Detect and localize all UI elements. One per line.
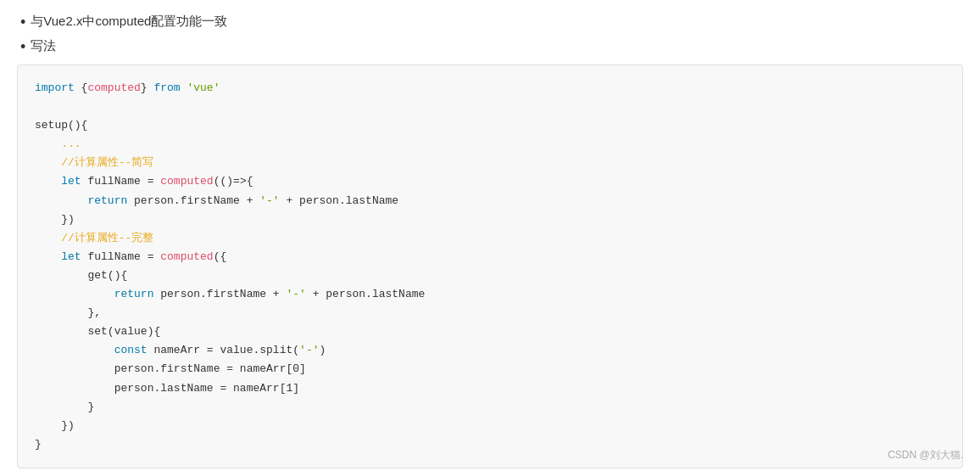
code-line-6: let fullName = computed(()=>{ (35, 172, 945, 191)
code-line-7: return person.firstName + '-' + person.l… (35, 192, 945, 210)
footer: CSDN @刘大猫. (888, 448, 963, 463)
bullet-icon-1: • (20, 14, 25, 30)
code-line-8: }) (35, 210, 945, 229)
code-line-4: ... (35, 135, 945, 154)
code-line-14: set(value){ (35, 322, 945, 341)
code-line-9: //计算属性--完整 (35, 229, 945, 248)
code-line-19: }) (35, 417, 945, 435)
code-line-20: } (35, 435, 945, 454)
code-line-5: //计算属性--简写 (35, 154, 945, 172)
code-line-10: let fullName = computed({ (35, 248, 945, 266)
bullet-icon-2: • (20, 39, 25, 54)
bullet-text-1: 与Vue2.x中computed配置功能一致 (31, 14, 227, 30)
code-block: import {computed} from 'vue' setup(){ ..… (17, 64, 963, 468)
code-line-blank (35, 98, 945, 116)
code-line-18: } (35, 398, 945, 417)
code-line-16: person.firstName = nameArr[0] (35, 360, 945, 378)
code-line-17: person.lastName = nameArr[1] (35, 379, 945, 398)
code-line-11: get(){ (35, 266, 945, 285)
code-line-1: import {computed} from 'vue' (35, 79, 945, 98)
bullet-text-2: 写法 (31, 38, 56, 54)
code-line-3: setup(){ (35, 116, 945, 135)
code-line-13: }, (35, 304, 945, 322)
code-line-15: const nameArr = value.split('-') (35, 341, 945, 360)
footer-text: CSDN @刘大猫. (888, 449, 963, 461)
code-line-12: return person.firstName + '-' + person.l… (35, 285, 945, 304)
